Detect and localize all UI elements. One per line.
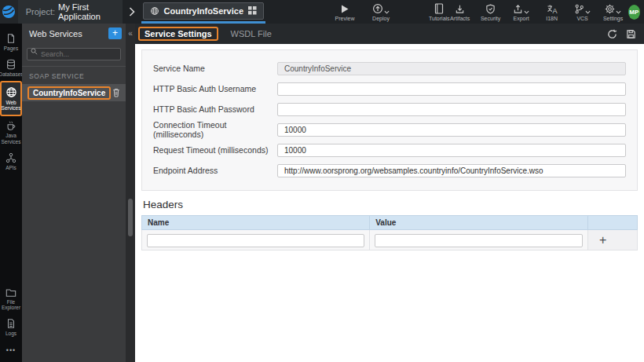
api-nodes-icon — [5, 152, 16, 163]
headers-col-actions — [587, 216, 637, 230]
project-name: My First Application — [58, 2, 113, 21]
sidebar-item-label: Logs — [5, 331, 16, 337]
vcs-button[interactable]: VCS — [573, 3, 593, 21]
connection-timeout-input[interactable] — [277, 123, 626, 137]
sidebar-item-label: Pages — [4, 46, 18, 52]
auth-password-input[interactable] — [277, 103, 626, 116]
project-label: Project: — [26, 7, 55, 16]
save-button[interactable] — [626, 29, 636, 39]
scrollbar-thumb[interactable] — [128, 199, 133, 236]
translate-icon: A — [547, 3, 558, 14]
sidebar-item-pages[interactable]: Pages — [0, 29, 22, 55]
sidebar-item-databases[interactable]: Databases — [0, 55, 22, 81]
service-list-item[interactable]: CountryInfoService — [22, 84, 126, 101]
service-settings-content: Service Name HTTP Basic Auth Username HT… — [135, 44, 644, 362]
sidebar-item-logs[interactable]: Logs — [0, 314, 22, 340]
tab-service-settings[interactable]: Service Settings — [138, 27, 218, 41]
sidebar-item-file-explorer[interactable]: File Explorer — [0, 283, 22, 315]
export-button[interactable]: Export — [511, 3, 532, 21]
left-rail: Pages Databases Web Services — [0, 24, 22, 362]
deploy-label: Deploy — [372, 16, 390, 21]
service-tab-label: CountryInfoService — [164, 6, 243, 16]
save-icon — [626, 29, 636, 39]
globe-icon — [150, 6, 159, 16]
refresh-icon — [607, 29, 617, 39]
logo-icon — [2, 5, 16, 19]
service-name-label: Service Name — [153, 64, 277, 73]
settings-button[interactable]: Settings — [603, 3, 624, 21]
delete-icon[interactable] — [112, 88, 120, 97]
grid-icon[interactable] — [248, 6, 257, 15]
more-options-button[interactable]: ••• — [0, 340, 22, 362]
auth-password-label: HTTP Basic Auth Password — [153, 104, 277, 114]
top-bar: Project: My First Application CountryInf… — [0, 0, 644, 24]
panel-header: Web Services + — [22, 24, 126, 43]
svg-text:A: A — [552, 7, 557, 14]
connection-timeout-label: Connection Timeout (milliseconds) — [153, 120, 277, 139]
preview-label: Preview — [335, 16, 355, 21]
headers-table-head-row: Name Value — [142, 216, 638, 230]
refresh-button[interactable] — [607, 29, 617, 39]
form-row: HTTP Basic Auth Password — [153, 99, 626, 119]
service-item-name: CountryInfoService — [27, 86, 111, 100]
project-breadcrumb[interactable]: Project: My First Application — [18, 0, 123, 24]
sidebar-item-web-services[interactable]: Web Services — [0, 81, 22, 117]
tab-bar: Service Settings WSDL File — [135, 24, 644, 44]
folder-icon — [5, 287, 16, 298]
vcs-label: VCS — [576, 16, 587, 21]
header-entry-row: + — [142, 230, 638, 250]
collapse-panel-button[interactable]: « — [126, 24, 135, 38]
sidebar-item-java-services[interactable]: Java Services — [0, 116, 22, 148]
sidebar-item-label: Databases — [0, 71, 24, 78]
i18n-label: I18N — [546, 16, 558, 21]
wavemaker-logo[interactable] — [0, 0, 18, 24]
preview-button[interactable]: Preview — [335, 3, 355, 21]
sidebar-item-apis[interactable]: APIs — [0, 148, 22, 174]
endpoint-address-label: Endpoint Address — [153, 166, 277, 175]
headers-table: Name Value + — [141, 215, 638, 250]
add-service-button[interactable]: + — [108, 27, 122, 39]
open-service-tab[interactable]: CountryInfoService — [143, 2, 264, 20]
request-timeout-input[interactable] — [277, 144, 626, 157]
i18n-button[interactable]: A I18N — [542, 3, 562, 21]
search-input[interactable] — [27, 48, 121, 60]
artifacts-label: Artifacts — [450, 16, 470, 21]
branch-icon — [574, 4, 584, 14]
form-row: Endpoint Address — [153, 160, 626, 181]
tutorials-label: Tutorials — [429, 16, 450, 21]
chevron-down-icon — [524, 10, 529, 14]
tutorials-button[interactable]: Tutorials — [429, 3, 450, 21]
panel-title: Web Services — [29, 29, 108, 38]
download-icon — [455, 3, 465, 14]
main-content: Service Settings WSDL File — [135, 24, 644, 362]
tab-wsdl-file[interactable]: WSDL File — [231, 29, 272, 38]
search-icon — [31, 48, 38, 55]
toolbar-right-group: Artifacts Security — [450, 0, 624, 24]
user-avatar[interactable]: MP — [628, 5, 640, 20]
chevron-down-icon — [585, 10, 591, 14]
header-name-input[interactable] — [147, 234, 364, 247]
chevron-down-icon — [384, 10, 390, 14]
deploy-button[interactable]: Deploy — [371, 3, 391, 21]
header-value-input[interactable] — [375, 234, 583, 247]
toolbar-left-group: Preview Deploy — [335, 0, 450, 24]
panel-search — [27, 46, 121, 60]
page-icon — [5, 33, 16, 44]
auth-username-input[interactable] — [277, 82, 626, 96]
settings-label: Settings — [603, 16, 623, 21]
soap-service-section-label: SOAP SERVICE — [22, 66, 126, 84]
artifacts-button[interactable]: Artifacts — [450, 3, 470, 21]
form-row: HTTP Basic Auth Username — [153, 79, 626, 99]
add-header-button[interactable]: + — [593, 234, 606, 247]
database-icon — [5, 59, 16, 70]
service-settings-form: Service Name HTTP Basic Auth Username HT… — [141, 49, 638, 191]
security-button[interactable]: Security — [481, 3, 501, 21]
coffee-cup-icon — [5, 120, 16, 131]
form-row: Service Name — [153, 58, 626, 79]
headers-section-title: Headers — [143, 199, 638, 210]
form-row: Connection Timeout (milliseconds) — [153, 119, 626, 140]
globe-icon — [5, 86, 17, 98]
endpoint-address-input[interactable] — [277, 164, 626, 177]
security-label: Security — [481, 16, 500, 21]
export-label: Export — [513, 16, 529, 21]
